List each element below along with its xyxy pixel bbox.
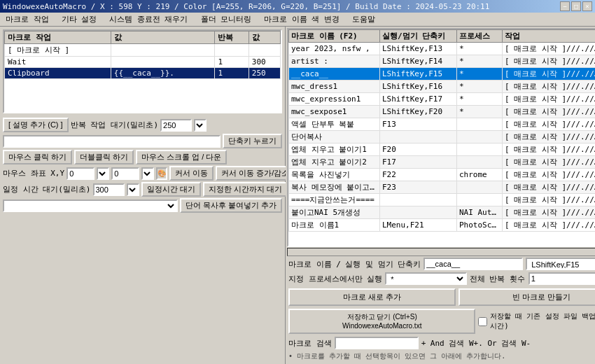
- wait-time-button[interactable]: 일정시간 대기: [141, 182, 201, 197]
- cell-macro-name: ====지금안쓰는거====: [289, 194, 380, 206]
- macro-table[interactable]: 마크로 작업 값 반복 값 [ 마크로 시작 ]Wait1300Clipboar…: [3, 29, 282, 113]
- list-item[interactable]: 목록을 사진넣기 F22 chrome [ 매크로 시작 ]///.//.//1…: [289, 169, 596, 181]
- macro-list-table[interactable]: 마크로 이름 (F2) 실행/멈기 단축키 프로세스 작업 반복수 year 2…: [287, 28, 595, 247]
- x-combo[interactable]: ↕: [97, 167, 109, 180]
- wait-combo[interactable]: ↕: [127, 183, 139, 196]
- list-item[interactable]: mwc_dress1 LShiftKey,F16 * [ 매크로 시작 ]///…: [289, 80, 596, 93]
- cell-macro-name: 단어복사: [289, 131, 380, 144]
- list-item[interactable]: 마크로 이름1 LMenu,F21 PhotoScapeX [ 매크로 시작 ]…: [289, 219, 596, 232]
- menu-item-마크로 작업[interactable]: 마크로 작업: [3, 13, 52, 25]
- cell-process: [457, 144, 503, 156]
- add-comment-button[interactable]: [ 설명 추가 (C) ]: [3, 118, 69, 132]
- table-row[interactable]: Wait1300: [5, 57, 281, 68]
- make-macro-button[interactable]: 빈 마크로 만들기: [458, 288, 596, 306]
- cell-macro-name: year 2023, nsfw ,: [289, 43, 380, 55]
- process-row: 지정 프로세스에서만 실행 * 전체 반복 횟수 ↕: [288, 272, 595, 285]
- shortcut-input-left[interactable]: [3, 135, 220, 148]
- macro-action-buttons: 마크로 새로 추가 빈 마크로 만들기: [288, 288, 595, 306]
- list-item[interactable]: 단어복사 [ 매크로 시작 ]///.//.//1//... 1: [289, 131, 596, 144]
- save-button[interactable]: 저장하고 닫기 (Ctrl+S)WindowexeAutoMacro.txt: [288, 309, 475, 334]
- cell-shortcut: LShiftKey,F14: [380, 55, 457, 68]
- menu-item-도움말[interactable]: 도움말: [349, 13, 378, 25]
- color-picker-icon[interactable]: 🎨: [156, 167, 167, 180]
- list-item[interactable]: year 2023, nsfw , LShiftKey,F13 * [ 매크로 …: [289, 43, 596, 55]
- th-process: 프로세스: [457, 30, 503, 43]
- title-bar-buttons: − □ ×: [560, 1, 592, 11]
- row-wait-time: 일정 시간 대기(밀리초) ↕ 일정시간 대기 지정한 시간까지 대기: [3, 182, 282, 197]
- cell-process: [457, 131, 503, 144]
- list-item[interactable]: 액셀 단부투 복붙 F13 [ 매크로 시작 ]///.//.//1//... …: [289, 118, 596, 131]
- cell-process: *: [457, 80, 503, 93]
- horizontal-scrollbar[interactable]: [287, 248, 595, 256]
- list-item[interactable]: mwc_expression1 LShiftKey,F17 * [ 매크로 시작…: [289, 93, 596, 106]
- menu-item-폴더 모니터링[interactable]: 폴더 모니터링: [198, 13, 255, 25]
- close-button[interactable]: ×: [582, 1, 592, 11]
- cell-task: [ 매크로 시작 ]///.//.//1//...: [503, 194, 596, 206]
- process-select[interactable]: *: [385, 272, 466, 285]
- double-click-button[interactable]: 더블클릭 하기: [74, 150, 134, 164]
- shortcut-select[interactable]: LShiftKey,F15: [526, 258, 595, 270]
- cell-shortcut: F17: [380, 156, 457, 169]
- wait-time-label: 일정 시간 대기(밀리초): [3, 184, 91, 195]
- cell-shortcut: F23: [380, 181, 457, 194]
- list-item[interactable]: 엡체 지우고 붙이기1 F20 [ 매크로 시작 ]///.//.//1//..…: [289, 144, 596, 156]
- list-item[interactable]: 붙이고NAI 5개생성 NAI Auto Ge... [ 매크로 시작 ]///…: [289, 206, 596, 219]
- cell-process: NAI Auto Ge...: [457, 206, 503, 219]
- wait-value-input[interactable]: [93, 183, 125, 196]
- cell-shortcut: LMenu,F21: [380, 219, 457, 232]
- cell-macro-name: 엡체 지우고 붙이기1: [289, 144, 380, 156]
- table-row[interactable]: Clipboard{{__caca__}}.1250: [5, 68, 281, 79]
- cell-shortcut: [380, 206, 457, 219]
- move-cursor-button[interactable]: 커서 이동: [169, 166, 214, 181]
- press-shortcut-button[interactable]: 단축키 누르기: [223, 134, 282, 148]
- add-item-combo[interactable]: [3, 200, 178, 212]
- maximize-button[interactable]: □: [571, 1, 581, 11]
- main-container: 마크로 작업 값 반복 값 [ 마크로 시작 ]Wait1300Clipboar…: [0, 27, 595, 364]
- cell-task: [ 매크로 시작 ]///.//.//1//...: [503, 206, 596, 219]
- search-input[interactable]: [335, 337, 419, 349]
- cell-process: [457, 118, 503, 131]
- y-input[interactable]: [111, 167, 139, 180]
- repeat-count-input[interactable]: [528, 272, 595, 285]
- cell-process: chrome: [457, 169, 503, 181]
- minimize-button[interactable]: −: [560, 1, 570, 11]
- x-input[interactable]: [66, 167, 94, 180]
- cell-shortcut: LShiftKey,F15: [380, 68, 457, 80]
- list-item[interactable]: artist : LShiftKey,F14 * [ 매크로 시작 ]///./…: [289, 55, 596, 68]
- cell-task: [ 매크로 시작 ]///.//.//1//...: [503, 144, 596, 156]
- cell-macro-name: mwc_sexpose1: [289, 106, 380, 118]
- table-row[interactable]: [ 마크로 시작 ]: [5, 44, 281, 57]
- mouse-click-button[interactable]: 마우스 클릭 하기: [3, 150, 72, 164]
- cell-macro-name: 목록을 사진넣기: [289, 169, 380, 181]
- list-item[interactable]: ====지금안쓰는거==== [ 매크로 시작 ]///.//.//1//...…: [289, 194, 596, 206]
- cell-macro-name: 액셀 단부투 복붙: [289, 118, 380, 131]
- cell-process: [457, 156, 503, 169]
- repeat-value-input[interactable]: [160, 119, 192, 132]
- menu-item-마크로 이름 색 변경[interactable]: 마크로 이름 색 변경: [261, 13, 342, 25]
- backup-checkbox[interactable]: [478, 317, 487, 326]
- repeat-combo[interactable]: ↕: [194, 119, 206, 132]
- list-item[interactable]: mwc_sexpose1 LShiftKey,F20 * [ 매크로 시작 ]/…: [289, 106, 596, 118]
- cell-task: [ 매크로 시작 ]///.//.//1//...: [503, 55, 596, 68]
- cell-process: *: [457, 106, 503, 118]
- left-panel: 마크로 작업 값 반복 값 [ 마크로 시작 ]Wait1300Clipboar…: [0, 27, 286, 364]
- list-item[interactable]: __caca__ LShiftKey,F15 * [ 매크로 시작 ]///./…: [289, 68, 596, 80]
- add-item-button[interactable]: 단어 목사후 붙여넣기 추가: [180, 198, 282, 213]
- wait-until-button[interactable]: 지정한 시간까지 대기: [203, 182, 288, 197]
- cursor-speed-button[interactable]: 커서 이동 증가/감소: [216, 166, 295, 181]
- macro-name-row: 마크로 이름 / 실행 및 멈기 단축키 LShiftKey,F15: [288, 258, 595, 270]
- col-header-task: 마크로 작업: [5, 31, 111, 44]
- menu-item-시스템 종료전 재우기[interactable]: 시스템 종료전 재우기: [106, 13, 190, 25]
- list-item[interactable]: 복사 메모장에 붙이고 ... F23 [ 매크로 시작 ]///.//.//1…: [289, 181, 596, 194]
- list-item[interactable]: 엡체 지우고 붙이기2 F17 [ 매크로 시작 ]///.//.//1//..…: [289, 156, 596, 169]
- cell-shortcut: LShiftKey,F17: [380, 93, 457, 106]
- cell-task: [ 매크로 시작 ]///.//.//1//71...: [503, 68, 596, 80]
- cell-shortcut: LShiftKey,F13: [380, 43, 457, 55]
- y-combo[interactable]: ↕: [141, 167, 154, 180]
- add-macro-button[interactable]: 마크로 새로 추가: [288, 288, 456, 306]
- macro-name-input[interactable]: [424, 258, 523, 270]
- note-text: • 마크로를 추가할 때 선택항목이 있으면 그 아래에 추가합니다.: [288, 351, 595, 361]
- cell-shortcut: F22: [380, 169, 457, 181]
- menu-item-기타 설정[interactable]: 기타 설정: [59, 13, 100, 25]
- mouse-scroll-button[interactable]: 마우스 스크롤 업 / 다운: [136, 150, 227, 164]
